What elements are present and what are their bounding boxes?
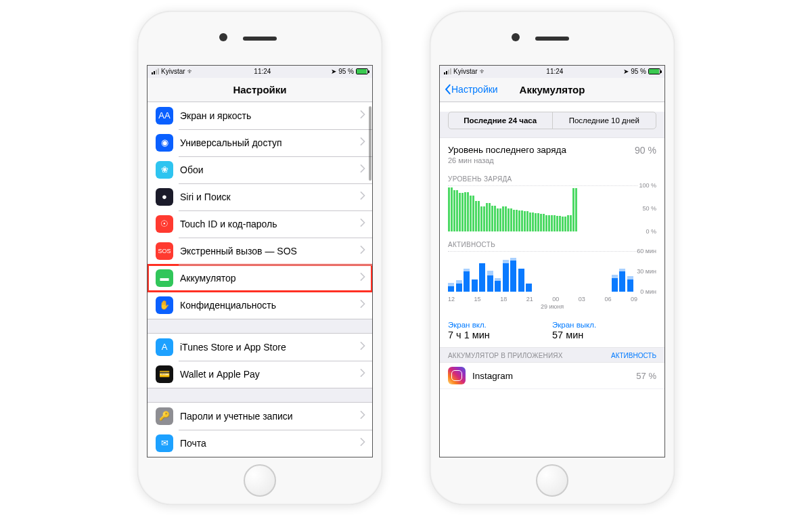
- seg-10d[interactable]: Последние 10 дней: [552, 112, 656, 129]
- x-axis-date: 29 июня: [448, 303, 656, 310]
- screen-battery: Kyivstar ᯤ 11:24 ➤ 95 % Настройки Аккуму…: [439, 65, 665, 457]
- settings-row[interactable]: 💳Wallet и Apple Pay: [148, 361, 372, 388]
- apps-header: АККУМУЛЯТОР В ПРИЛОЖЕНИЯХ АКТИВНОСТЬ: [440, 348, 664, 362]
- settings-row[interactable]: ✋Конфиденциальность: [148, 292, 372, 319]
- settings-group-2: AiTunes Store и App Store💳Wallet и Apple…: [148, 333, 372, 388]
- battery-icon: [648, 68, 660, 74]
- location-icon: ➤: [623, 68, 629, 75]
- last-charge-title: Уровень последнего заряда: [448, 145, 566, 156]
- battery-content[interactable]: Последние 24 часа Последние 10 дней Уров…: [440, 102, 664, 457]
- row-icon: ✉: [156, 434, 173, 452]
- app-name: Instagram: [472, 371, 636, 381]
- wifi-icon: ᯤ: [480, 68, 487, 75]
- scrollbar[interactable]: [369, 106, 371, 181]
- charge-chart: 100 % 50 % 0 %: [448, 185, 656, 231]
- back-label: Настройки: [451, 84, 498, 95]
- settings-row[interactable]: ☉Touch ID и код-пароль: [148, 210, 372, 238]
- screen-off-value: 57 мин: [552, 330, 656, 340]
- apps-action-link[interactable]: АКТИВНОСТЬ: [611, 352, 656, 359]
- status-bar: Kyivstar ᯤ 11:24 ➤ 95 %: [440, 66, 664, 78]
- row-label: Универсальный доступ: [180, 137, 360, 148]
- chevron-right-icon: [360, 219, 372, 229]
- row-label: Аккумулятор: [180, 273, 360, 284]
- settings-row[interactable]: ❀Обои: [148, 156, 372, 183]
- app-row-instagram[interactable]: Instagram 57 %: [440, 363, 664, 388]
- settings-group-3: 🔑Пароли и учетные записи✉Почта: [148, 402, 372, 457]
- time-range-segmented[interactable]: Последние 24 часа Последние 10 дней: [448, 112, 656, 129]
- signal-icon: [444, 68, 451, 74]
- row-icon: SOS: [156, 242, 173, 260]
- settings-row[interactable]: AAЭкран и яркость: [148, 102, 372, 129]
- wifi-icon: ᯤ: [187, 68, 194, 75]
- chevron-right-icon: [360, 342, 372, 352]
- row-label: Пароли и учетные записи: [180, 411, 360, 422]
- row-icon: ✋: [156, 296, 173, 314]
- chevron-right-icon: [360, 300, 372, 310]
- row-icon: ●: [156, 188, 173, 206]
- carrier: Kyivstar: [161, 68, 185, 75]
- last-charge-sub: 26 мин назад: [448, 156, 566, 166]
- chevron-right-icon: [360, 192, 372, 202]
- ylabel: 0 мин: [640, 288, 656, 295]
- row-label: Экран и яркость: [180, 110, 360, 121]
- clock: 11:24: [254, 68, 271, 75]
- settings-row[interactable]: ◉Универсальный доступ: [148, 129, 372, 156]
- location-icon: ➤: [331, 68, 336, 75]
- battery-icon: [356, 68, 368, 74]
- row-label: Обои: [180, 164, 360, 175]
- last-charge-row: Уровень последнего заряда 26 мин назад 9…: [448, 145, 656, 166]
- back-button[interactable]: Настройки: [444, 84, 498, 95]
- row-icon: 🔑: [156, 407, 173, 425]
- chevron-right-icon: [360, 411, 372, 421]
- apps-list: Instagram 57 %: [440, 362, 664, 388]
- row-label: Экстренный вызов — SOS: [180, 246, 360, 256]
- chevron-right-icon: [360, 369, 372, 379]
- row-label: iTunes Store и App Store: [180, 342, 360, 353]
- settings-content[interactable]: AAЭкран и яркость◉Универсальный доступ❀О…: [148, 102, 372, 457]
- ylabel: 100 %: [639, 182, 656, 189]
- row-icon: ▬: [156, 269, 173, 287]
- page-title: Аккумулятор: [520, 84, 585, 95]
- instagram-icon: [448, 367, 466, 384]
- settings-row[interactable]: SOSЭкстренный вызов — SOS: [148, 238, 372, 265]
- settings-row[interactable]: 🔑Пароли и учетные записи: [148, 403, 372, 430]
- settings-row[interactable]: ●Siri и Поиск: [148, 183, 372, 210]
- battery-percent: 95 %: [338, 68, 354, 75]
- signal-icon: [152, 68, 159, 74]
- phone-mockup-right: Kyivstar ᯤ 11:24 ➤ 95 % Настройки Аккуму…: [430, 11, 675, 505]
- row-icon: ❀: [156, 161, 173, 179]
- page-title: Настройки: [233, 84, 286, 95]
- screen-off-label: Экран выкл.: [552, 321, 656, 329]
- settings-row[interactable]: AiTunes Store и App Store: [148, 334, 372, 361]
- ylabel: 30 мин: [637, 268, 656, 275]
- ylabel: 50 %: [642, 205, 656, 212]
- row-icon: ☉: [156, 215, 173, 233]
- apps-head-label: АККУМУЛЯТОР В ПРИЛОЖЕНИЯХ: [448, 352, 563, 359]
- seg-24h[interactable]: Последние 24 часа: [449, 112, 552, 129]
- home-button[interactable]: [244, 464, 276, 497]
- navbar-battery: Настройки Аккумулятор: [440, 78, 664, 102]
- row-icon: AA: [156, 107, 173, 125]
- chevron-right-icon: [360, 273, 372, 283]
- settings-row[interactable]: ▬Аккумулятор: [148, 265, 372, 292]
- charge-chart-head: УРОВЕНЬ ЗАРЯДА: [448, 175, 656, 183]
- app-pct: 57 %: [636, 371, 656, 381]
- row-label: Wallet и Apple Pay: [180, 369, 360, 380]
- usage-summary: Экран вкл. 7 ч 1 мин Экран выкл. 57 мин: [448, 321, 656, 340]
- screen-on-value: 7 ч 1 мин: [448, 330, 552, 340]
- screen-on-label: Экран вкл.: [448, 321, 552, 329]
- screen-settings: Kyivstar ᯤ 11:24 ➤ 95 % Настройки AAЭкра…: [147, 65, 373, 457]
- activity-chart: 60 мин 30 мин 0 мин: [448, 251, 656, 292]
- row-label: Siri и Поиск: [180, 192, 360, 202]
- ylabel: 0 %: [646, 228, 656, 235]
- row-label: Конфиденциальность: [180, 300, 360, 311]
- last-charge-value: 90 %: [635, 145, 656, 156]
- activity-chart-head: АКТИВНОСТЬ: [448, 241, 656, 248]
- home-button[interactable]: [536, 464, 568, 497]
- row-label: Touch ID и код-пароль: [180, 219, 360, 229]
- chevron-left-icon: [444, 84, 451, 95]
- ylabel: 60 мин: [637, 248, 656, 254]
- status-bar: Kyivstar ᯤ 11:24 ➤ 95 %: [148, 66, 372, 78]
- settings-row[interactable]: ✉Почта: [148, 430, 372, 457]
- row-icon: A: [156, 338, 173, 356]
